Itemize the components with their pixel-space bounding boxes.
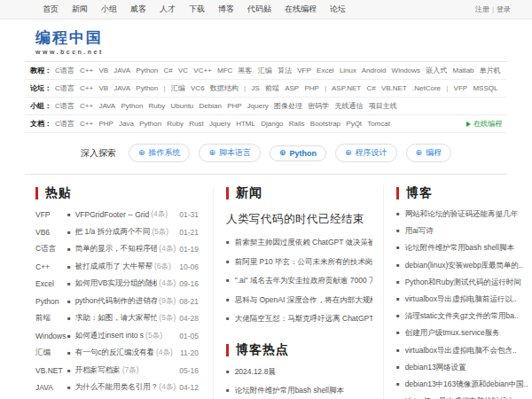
- category-link[interactable]: ASP.NET: [332, 84, 361, 92]
- blog-item-link[interactable]: virtualbox导出虚拟电脑不会包含..: [405, 346, 517, 356]
- category-link[interactable]: Ruby: [167, 120, 184, 128]
- category-link[interactable]: PHP: [98, 120, 113, 128]
- category-link[interactable]: Bootstrap: [310, 120, 340, 128]
- blog-item-link[interactable]: 创建用户级tmux.service服务: [405, 328, 500, 339]
- category-link[interactable]: VB.NET: [381, 84, 407, 92]
- hot-post-title[interactable]: 开档案写档案: [75, 365, 121, 376]
- hot-post-category[interactable]: Python: [35, 297, 67, 306]
- explore-pill[interactable]: ⊕ 脚本语言: [199, 144, 261, 162]
- hot-post-category[interactable]: VB6: [35, 228, 67, 237]
- top-nav-link[interactable]: 首页: [43, 4, 59, 15]
- blog-item-link[interactable]: debian(linux)安装webp库最简单的..: [405, 261, 523, 271]
- category-link[interactable]: Python: [139, 120, 161, 128]
- category-link[interactable]: Linux: [340, 66, 356, 74]
- blog-item-link[interactable]: virtualbox导出虚拟电脑前运行以..: [405, 294, 517, 305]
- category-link[interactable]: 项目主线: [369, 102, 397, 110]
- hot-post-title[interactable]: 如何用VB实现分组的随机: [75, 278, 158, 289]
- hot-post-title[interactable]: 简单的显示，不知程序错: [75, 244, 158, 254]
- category-link[interactable]: C语言: [55, 66, 74, 74]
- category-link[interactable]: VB: [98, 66, 108, 74]
- blog-item-link[interactable]: 清理static文件夹gz文件的常用ba..: [405, 311, 519, 322]
- category-link[interactable]: C++: [80, 84, 93, 92]
- category-link[interactable]: MSSQL: [473, 84, 497, 92]
- top-nav-link[interactable]: 论坛: [330, 4, 346, 15]
- category-link[interactable]: .NetCore: [412, 84, 441, 92]
- top-nav-link[interactable]: 小组: [101, 4, 117, 15]
- blog-item-link[interactable]: debian13网络设置: [405, 363, 466, 373]
- top-nav-link[interactable]: 威客: [130, 4, 146, 15]
- hot-post-title[interactable]: 把 1/a 拆分成两个不同: [75, 227, 151, 238]
- category-link[interactable]: Python: [136, 84, 158, 92]
- hot-post-category[interactable]: VFP: [35, 210, 67, 219]
- category-link[interactable]: Django: [261, 120, 283, 128]
- top-nav-link[interactable]: 人才: [160, 4, 176, 15]
- category-link[interactable]: Matlab: [453, 66, 474, 74]
- category-link[interactable]: Python: [136, 66, 158, 74]
- category-link[interactable]: C语言: [55, 102, 74, 110]
- category-link[interactable]: Ruby: [149, 102, 166, 110]
- category-link[interactable]: PyQt: [346, 120, 362, 128]
- blog-item-link[interactable]: 网站和论坛的验证码还能再挺几年: [405, 209, 519, 220]
- news-item-link[interactable]: 前阿里 P10 毕玄：公司未来所有的技术岗位一称..: [235, 257, 372, 268]
- blog-hot-item-link[interactable]: 2024.12.8晨: [235, 367, 276, 378]
- hot-post-category[interactable]: C语言: [35, 244, 67, 254]
- login-link[interactable]: 登录: [497, 4, 511, 14]
- hot-post-title[interactable]: VFPGridFooter -- Grid: [75, 210, 150, 219]
- category-link[interactable]: PHP: [304, 84, 318, 92]
- category-link[interactable]: C++: [80, 102, 93, 110]
- category-link[interactable]: 密码学: [308, 102, 329, 110]
- category-link[interactable]: VC6: [191, 84, 205, 92]
- category-link[interactable]: 前端: [265, 84, 279, 92]
- hot-post-category[interactable]: 汇编: [35, 348, 67, 358]
- explore-pill[interactable]: ⊕ 编程: [406, 144, 452, 162]
- top-nav-link[interactable]: 代码贴: [247, 4, 271, 15]
- category-link[interactable]: C语言: [55, 84, 74, 92]
- category-link[interactable]: C++: [80, 66, 93, 74]
- category-link[interactable]: C#: [163, 66, 172, 74]
- category-link[interactable]: Windows: [392, 66, 420, 74]
- category-link[interactable]: PHP: [227, 102, 241, 110]
- hot-post-title[interactable]: 为什么不能用类名引用？: [75, 382, 158, 393]
- category-link[interactable]: JAVA: [113, 84, 130, 92]
- top-nav-link[interactable]: 博客: [218, 4, 234, 15]
- category-link[interactable]: Ubuntu: [171, 102, 194, 110]
- category-link[interactable]: ASP: [285, 84, 299, 92]
- category-link[interactable]: VFP: [297, 66, 311, 74]
- news-item-link[interactable]: 思科与 OpenAI 深度合作，将在内部大规模使用..: [235, 295, 372, 306]
- category-link[interactable]: VB: [98, 84, 108, 92]
- category-link[interactable]: Excel: [317, 66, 334, 74]
- category-link[interactable]: Rails: [289, 120, 305, 128]
- category-link[interactable]: Python: [121, 102, 143, 110]
- category-link[interactable]: VC++: [193, 66, 211, 74]
- category-link[interactable]: Debian: [200, 102, 222, 110]
- top-nav-link[interactable]: 新闻: [72, 4, 88, 15]
- category-link[interactable]: C++: [80, 120, 93, 128]
- category-link[interactable]: 无线通信: [335, 102, 364, 110]
- category-link[interactable]: Android: [362, 66, 387, 74]
- top-nav-link[interactable]: 下载: [189, 4, 205, 15]
- category-link[interactable]: Rust: [189, 120, 203, 128]
- category-link[interactable]: 汇编: [258, 66, 272, 74]
- hot-post-title[interactable]: 被打成咸币了 大牛帮帮: [75, 262, 153, 272]
- category-link[interactable]: 黑客: [239, 66, 253, 74]
- news-headline[interactable]: 人类写代码的时代已经结束: [226, 212, 372, 227]
- category-link[interactable]: 单片机: [480, 66, 501, 74]
- category-link[interactable]: Tomcat: [367, 120, 390, 128]
- category-link[interactable]: 汇编: [171, 84, 185, 92]
- news-item-link[interactable]: 大佬隔空互怼：马斯克呼吁远离 ChatGPT、奥特..: [235, 314, 372, 325]
- category-link[interactable]: VFP: [454, 84, 468, 92]
- category-link[interactable]: Jquery: [247, 102, 269, 110]
- news-item-link[interactable]: ".ai" 域名去年为安圭拉政府贡献逾 7000 万..: [235, 276, 372, 286]
- category-link[interactable]: C语言: [55, 120, 74, 128]
- category-link[interactable]: 嵌入式: [426, 66, 447, 74]
- explore-pill[interactable]: ⊕ Python: [270, 145, 326, 161]
- category-link[interactable]: JS: [251, 84, 259, 92]
- hot-post-category[interactable]: C++: [35, 262, 67, 271]
- explore-pill[interactable]: ⊕ 操作系统: [129, 144, 191, 162]
- category-link[interactable]: MFC: [217, 66, 232, 74]
- category-link[interactable]: 图像处理: [274, 102, 302, 110]
- hot-post-category[interactable]: Windows: [35, 332, 67, 340]
- blog-item-link[interactable]: 用ai写诗: [405, 226, 434, 237]
- blog-item-link[interactable]: Python和Ruby测试代码的运行时间: [405, 278, 521, 288]
- category-link[interactable]: HTML: [236, 120, 255, 128]
